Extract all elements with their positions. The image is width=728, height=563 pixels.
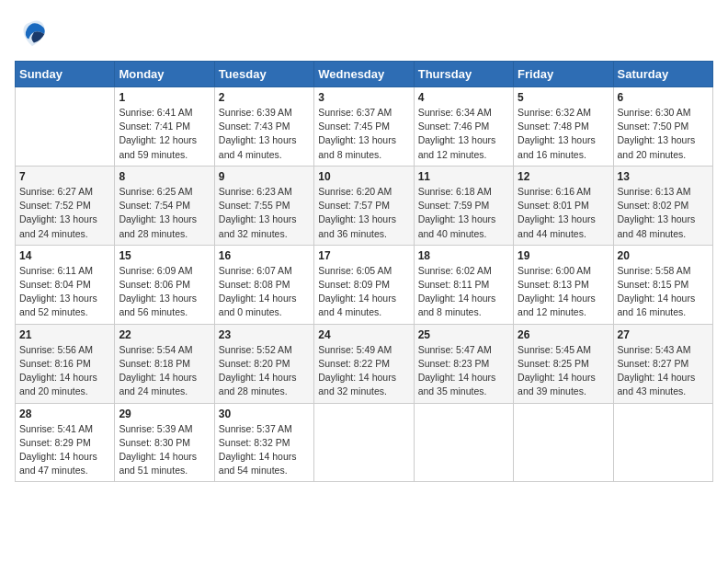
day-info: Sunrise: 6:02 AM Sunset: 8:11 PM Dayligh… (418, 264, 509, 320)
day-cell: 3Sunrise: 6:37 AM Sunset: 7:45 PM Daylig… (314, 87, 414, 167)
day-info: Sunrise: 5:41 AM Sunset: 8:29 PM Dayligh… (19, 422, 110, 478)
day-cell: 11Sunrise: 6:18 AM Sunset: 7:59 PM Dayli… (414, 166, 513, 245)
day-info: Sunrise: 6:34 AM Sunset: 7:46 PM Dayligh… (418, 106, 509, 162)
day-cell: 6Sunrise: 6:30 AM Sunset: 7:50 PM Daylig… (613, 87, 712, 167)
day-number: 28 (19, 408, 110, 420)
column-header-wednesday: Wednesday (314, 62, 414, 87)
week-row-3: 14Sunrise: 6:11 AM Sunset: 8:04 PM Dayli… (16, 245, 713, 324)
day-number: 29 (119, 408, 210, 420)
day-number: 12 (518, 170, 609, 183)
week-row-4: 21Sunrise: 5:56 AM Sunset: 8:16 PM Dayli… (16, 324, 713, 403)
day-cell (514, 403, 613, 482)
calendar-header: SundayMondayTuesdayWednesdayThursdayFrid… (16, 62, 713, 87)
calendar-table: SundayMondayTuesdayWednesdayThursdayFrid… (15, 61, 713, 482)
day-number: 9 (219, 170, 310, 183)
day-info: Sunrise: 6:18 AM Sunset: 7:59 PM Dayligh… (418, 185, 509, 241)
day-cell: 9Sunrise: 6:23 AM Sunset: 7:55 PM Daylig… (214, 166, 313, 245)
day-info: Sunrise: 5:54 AM Sunset: 8:18 PM Dayligh… (119, 343, 210, 399)
day-cell: 14Sunrise: 6:11 AM Sunset: 8:04 PM Dayli… (16, 245, 115, 324)
day-number: 19 (518, 249, 609, 262)
day-info: Sunrise: 5:58 AM Sunset: 8:15 PM Dayligh… (618, 264, 709, 320)
day-number: 8 (119, 170, 210, 183)
day-cell (16, 87, 115, 167)
header-row: SundayMondayTuesdayWednesdayThursdayFrid… (16, 62, 713, 87)
day-info: Sunrise: 5:39 AM Sunset: 8:30 PM Dayligh… (119, 422, 210, 478)
day-cell: 4Sunrise: 6:34 AM Sunset: 7:46 PM Daylig… (414, 87, 513, 167)
day-cell: 16Sunrise: 6:07 AM Sunset: 8:08 PM Dayli… (214, 245, 313, 324)
column-header-thursday: Thursday (414, 62, 513, 87)
day-number: 1 (119, 91, 210, 104)
day-cell: 12Sunrise: 6:16 AM Sunset: 8:01 PM Dayli… (514, 166, 613, 245)
logo (15, 15, 51, 50)
day-number: 24 (318, 328, 409, 341)
day-cell: 30Sunrise: 5:37 AM Sunset: 8:32 PM Dayli… (214, 403, 313, 482)
day-cell: 15Sunrise: 6:09 AM Sunset: 8:06 PM Dayli… (115, 245, 214, 324)
day-number: 3 (318, 91, 409, 104)
day-info: Sunrise: 6:11 AM Sunset: 8:04 PM Dayligh… (19, 264, 110, 320)
day-info: Sunrise: 5:37 AM Sunset: 8:32 PM Dayligh… (219, 422, 310, 478)
day-info: Sunrise: 5:43 AM Sunset: 8:27 PM Dayligh… (618, 343, 709, 399)
day-number: 15 (119, 249, 210, 262)
day-number: 17 (318, 249, 409, 262)
day-number: 16 (219, 249, 310, 262)
calendar-body: 1Sunrise: 6:41 AM Sunset: 7:41 PM Daylig… (16, 87, 713, 482)
day-cell: 17Sunrise: 6:05 AM Sunset: 8:09 PM Dayli… (314, 245, 414, 324)
column-header-tuesday: Tuesday (214, 62, 313, 87)
day-number: 5 (518, 91, 609, 104)
day-number: 22 (119, 328, 210, 341)
day-number: 13 (618, 170, 709, 183)
day-number: 6 (618, 91, 709, 104)
day-cell: 5Sunrise: 6:32 AM Sunset: 7:48 PM Daylig… (514, 87, 613, 167)
day-cell: 7Sunrise: 6:27 AM Sunset: 7:52 PM Daylig… (16, 166, 115, 245)
day-number: 26 (518, 328, 609, 341)
week-row-2: 7Sunrise: 6:27 AM Sunset: 7:52 PM Daylig… (16, 166, 713, 245)
day-cell: 13Sunrise: 6:13 AM Sunset: 8:02 PM Dayli… (613, 166, 712, 245)
day-number: 27 (618, 328, 709, 341)
day-cell: 1Sunrise: 6:41 AM Sunset: 7:41 PM Daylig… (115, 87, 214, 167)
day-cell (613, 403, 712, 482)
day-info: Sunrise: 6:25 AM Sunset: 7:54 PM Dayligh… (119, 185, 210, 241)
day-info: Sunrise: 6:23 AM Sunset: 7:55 PM Dayligh… (219, 185, 310, 241)
day-info: Sunrise: 6:41 AM Sunset: 7:41 PM Dayligh… (119, 106, 210, 162)
day-info: Sunrise: 6:37 AM Sunset: 7:45 PM Dayligh… (318, 106, 409, 162)
week-row-5: 28Sunrise: 5:41 AM Sunset: 8:29 PM Dayli… (16, 403, 713, 482)
day-number: 10 (318, 170, 409, 183)
day-cell: 23Sunrise: 5:52 AM Sunset: 8:20 PM Dayli… (214, 324, 313, 403)
day-cell: 22Sunrise: 5:54 AM Sunset: 8:18 PM Dayli… (115, 324, 214, 403)
day-info: Sunrise: 6:32 AM Sunset: 7:48 PM Dayligh… (518, 106, 609, 162)
day-cell: 18Sunrise: 6:02 AM Sunset: 8:11 PM Dayli… (414, 245, 513, 324)
day-info: Sunrise: 5:45 AM Sunset: 8:25 PM Dayligh… (518, 343, 609, 399)
day-number: 11 (418, 170, 509, 183)
day-number: 4 (418, 91, 509, 104)
day-info: Sunrise: 6:30 AM Sunset: 7:50 PM Dayligh… (618, 106, 709, 162)
header (15, 15, 713, 50)
day-cell: 29Sunrise: 5:39 AM Sunset: 8:30 PM Dayli… (115, 403, 214, 482)
day-cell: 2Sunrise: 6:39 AM Sunset: 7:43 PM Daylig… (214, 87, 313, 167)
day-cell: 19Sunrise: 6:00 AM Sunset: 8:13 PM Dayli… (514, 245, 613, 324)
day-info: Sunrise: 6:07 AM Sunset: 8:08 PM Dayligh… (219, 264, 310, 320)
day-number: 25 (418, 328, 509, 341)
day-number: 23 (219, 328, 310, 341)
day-info: Sunrise: 5:52 AM Sunset: 8:20 PM Dayligh… (219, 343, 310, 399)
day-info: Sunrise: 5:56 AM Sunset: 8:16 PM Dayligh… (19, 343, 110, 399)
logo-icon (15, 15, 50, 50)
day-cell: 20Sunrise: 5:58 AM Sunset: 8:15 PM Dayli… (613, 245, 712, 324)
day-info: Sunrise: 5:49 AM Sunset: 8:22 PM Dayligh… (318, 343, 409, 399)
day-info: Sunrise: 6:09 AM Sunset: 8:06 PM Dayligh… (119, 264, 210, 320)
day-cell (414, 403, 513, 482)
column-header-saturday: Saturday (613, 62, 712, 87)
day-cell: 25Sunrise: 5:47 AM Sunset: 8:23 PM Dayli… (414, 324, 513, 403)
day-cell: 10Sunrise: 6:20 AM Sunset: 7:57 PM Dayli… (314, 166, 414, 245)
day-info: Sunrise: 6:27 AM Sunset: 7:52 PM Dayligh… (19, 185, 110, 241)
day-number: 20 (618, 249, 709, 262)
day-cell: 27Sunrise: 5:43 AM Sunset: 8:27 PM Dayli… (613, 324, 712, 403)
day-info: Sunrise: 6:16 AM Sunset: 8:01 PM Dayligh… (518, 185, 609, 241)
day-number: 21 (19, 328, 110, 341)
day-cell: 8Sunrise: 6:25 AM Sunset: 7:54 PM Daylig… (115, 166, 214, 245)
day-cell: 21Sunrise: 5:56 AM Sunset: 8:16 PM Dayli… (16, 324, 115, 403)
day-info: Sunrise: 6:05 AM Sunset: 8:09 PM Dayligh… (318, 264, 409, 320)
day-number: 30 (219, 408, 310, 420)
day-cell: 24Sunrise: 5:49 AM Sunset: 8:22 PM Dayli… (314, 324, 414, 403)
day-info: Sunrise: 5:47 AM Sunset: 8:23 PM Dayligh… (418, 343, 509, 399)
week-row-1: 1Sunrise: 6:41 AM Sunset: 7:41 PM Daylig… (16, 87, 713, 167)
